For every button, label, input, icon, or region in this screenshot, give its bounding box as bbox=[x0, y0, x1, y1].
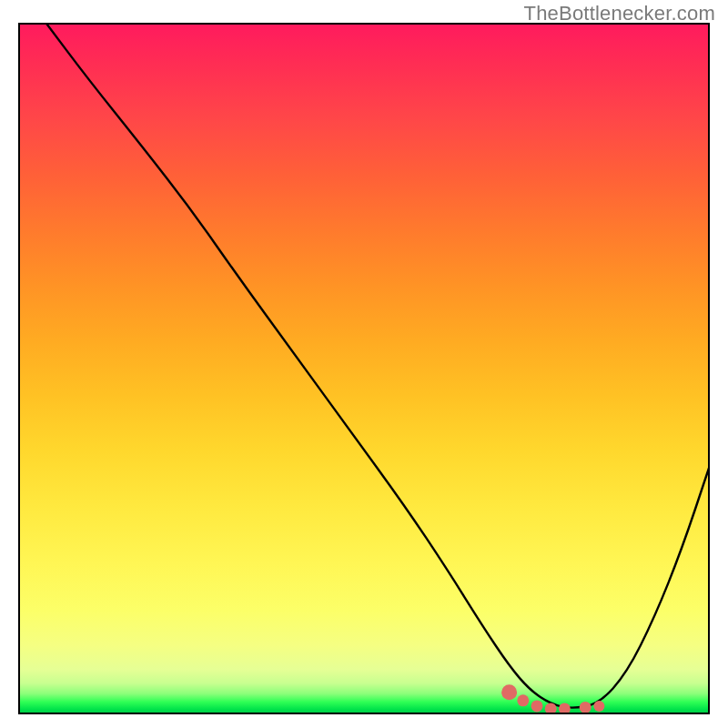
background-gradient bbox=[18, 23, 710, 714]
chart-stage: TheBottlenecker.com bbox=[0, 0, 728, 728]
plot-area bbox=[18, 23, 710, 714]
